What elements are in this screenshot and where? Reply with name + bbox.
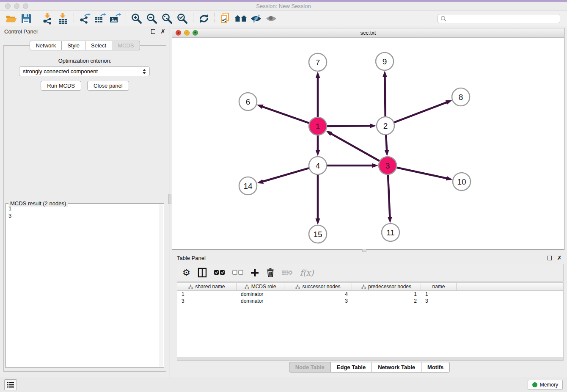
column-header-predecessor-nodes[interactable]: predecessor nodes: [352, 283, 421, 290]
cell[interactable]: 1: [352, 291, 421, 297]
zoom-fit-icon: [161, 13, 173, 25]
tab-edge-table[interactable]: Edge Table: [331, 362, 372, 373]
import-network-button[interactable]: [40, 12, 55, 25]
criterion-select[interactable]: strongly connected component: [19, 66, 150, 76]
open-session-button[interactable]: [3, 12, 19, 25]
horizontal-splitter-handle[interactable]: [362, 249, 366, 252]
vertical-splitter-handle[interactable]: [168, 194, 171, 204]
deselect-all-button[interactable]: [232, 270, 243, 276]
column-namespace-icon: [295, 284, 300, 289]
edge-2-3[interactable]: [386, 135, 387, 150]
table-panel-float-icon[interactable]: [548, 256, 552, 260]
cell[interactable]: 3: [177, 298, 237, 304]
network-window-titlebar[interactable]: x - + scc.txt: [172, 28, 564, 38]
network-graph[interactable]: 1234678910111415: [172, 38, 564, 249]
cell[interactable]: dominator: [237, 291, 284, 297]
cell[interactable]: dominator: [237, 298, 284, 304]
node-label-4: 4: [316, 161, 320, 170]
hide-selection-button[interactable]: [248, 12, 264, 25]
show-all-button[interactable]: [264, 12, 279, 25]
column-header-shared-name[interactable]: shared name: [177, 283, 237, 290]
new-network-from-selection-button[interactable]: [218, 12, 233, 25]
table-panel-close-icon[interactable]: ✗: [557, 255, 562, 261]
delete-column-button[interactable]: [266, 268, 275, 277]
column-header-successor-nodes[interactable]: successor nodes: [284, 283, 352, 290]
tab-mcds[interactable]: MCDS: [112, 41, 140, 50]
save-session-button[interactable]: [19, 12, 34, 25]
search-field[interactable]: [438, 14, 560, 23]
zoom-selected-icon: [176, 13, 188, 25]
column-header-MCDS-role[interactable]: MCDS role: [237, 283, 284, 290]
first-neighbors-button[interactable]: [233, 12, 248, 25]
edge-1-2[interactable]: [327, 126, 370, 126]
import-table-button[interactable]: [55, 12, 71, 25]
gear-icon: ⚙: [182, 268, 190, 278]
zoom-in-button[interactable]: [129, 12, 144, 25]
edge-1-6[interactable]: [262, 107, 309, 123]
refresh-icon: [198, 13, 210, 25]
select-all-button[interactable]: [214, 270, 225, 276]
cell[interactable]: 3: [284, 298, 352, 304]
memory-label: Memory: [540, 382, 558, 388]
cell[interactable]: 1: [177, 291, 237, 297]
export-network-button[interactable]: [77, 12, 92, 25]
zoom-selected-button[interactable]: [175, 12, 190, 25]
close-panel-button[interactable]: Close panel: [87, 81, 129, 91]
cell[interactable]: 3: [421, 298, 457, 304]
trash-icon: [266, 268, 275, 277]
fx-icon: f(x): [300, 268, 314, 277]
column-header-name[interactable]: name: [421, 283, 457, 290]
delete-table-button: [282, 269, 293, 276]
import-network-icon: [42, 13, 54, 25]
export-image-button[interactable]: [107, 12, 123, 25]
edge-2-9[interactable]: [385, 77, 385, 116]
columns-icon: [198, 268, 207, 278]
search-icon: [440, 16, 446, 22]
tab-motifs[interactable]: Motifs: [421, 362, 450, 373]
criterion-value: strongly connected component: [23, 68, 98, 75]
mcds-result-text[interactable]: 1 3: [8, 205, 159, 366]
zoom-fit-button[interactable]: [160, 12, 175, 25]
tab-select[interactable]: Select: [85, 41, 112, 50]
cell[interactable]: 1: [421, 291, 457, 297]
plus-icon: [250, 268, 259, 277]
table-row[interactable]: 1dominator411: [177, 291, 563, 298]
edge-4-14[interactable]: [263, 168, 309, 182]
tab-network[interactable]: Network: [30, 41, 62, 50]
zoom-out-button[interactable]: [144, 12, 160, 25]
table-tabs: Node TableEdge TableNetwork TableMotifs: [172, 362, 567, 373]
create-column-button[interactable]: [250, 268, 259, 277]
control-panel-title: Control Panel: [4, 28, 38, 35]
edge-3-11[interactable]: [388, 175, 390, 217]
app-title: Session: New Session: [0, 3, 567, 9]
column-namespace-icon: [245, 284, 249, 289]
mcds-result-box: MCDS result (2 nodes) 1 3: [6, 203, 164, 368]
select-stepper-icon: [143, 69, 146, 74]
search-input[interactable]: [449, 16, 557, 22]
node-label-7: 7: [316, 58, 320, 67]
tab-node-table[interactable]: Node Table: [289, 362, 331, 373]
node-table[interactable]: shared nameMCDS rolesuccessor nodesprede…: [177, 282, 564, 357]
table-settings-button[interactable]: ⚙: [182, 268, 190, 278]
delete-table-icon: [282, 269, 293, 276]
control-panel-tabs: NetworkStyleSelectMCDS: [0, 41, 170, 50]
edge-3-10[interactable]: [396, 168, 446, 179]
control-panel-close-icon[interactable]: ✗: [160, 28, 165, 34]
run-mcds-button[interactable]: Run MCDS: [41, 81, 81, 91]
cell[interactable]: 4: [284, 291, 352, 297]
unchecked-boxes-icon: [232, 270, 243, 276]
apply-layout-button[interactable]: [196, 12, 212, 25]
edge-3-1[interactable]: [331, 134, 379, 161]
network-window-title: scc.txt: [172, 30, 564, 36]
export-table-button[interactable]: [92, 12, 107, 25]
table-row[interactable]: 3dominator323: [177, 298, 563, 304]
memory-button[interactable]: Memory: [528, 380, 563, 390]
edge-2-8[interactable]: [394, 102, 447, 122]
control-panel-float-icon[interactable]: [151, 29, 155, 34]
task-history-button[interactable]: [4, 379, 17, 390]
tab-network-table[interactable]: Network Table: [372, 362, 421, 373]
cell[interactable]: 2: [352, 298, 421, 304]
show-columns-button[interactable]: [198, 268, 207, 278]
result-scrollbar[interactable]: [159, 204, 163, 367]
tab-style[interactable]: Style: [62, 41, 85, 50]
